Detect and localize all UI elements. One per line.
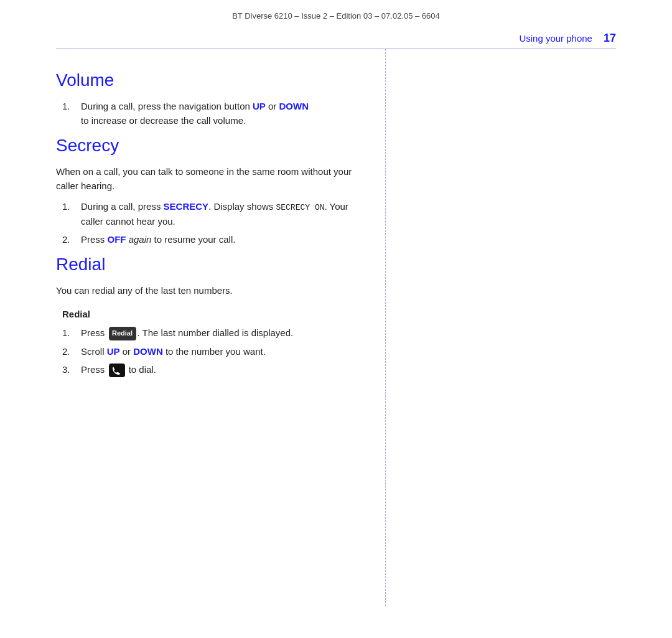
redial-item-2: Scroll UP or DOWN to the number you want… <box>81 344 266 359</box>
nav-link: Using your phone <box>519 33 592 44</box>
redial-button-icon: Redial <box>109 327 136 340</box>
down-keyword: DOWN <box>279 101 309 111</box>
secrecy-list: 1. During a call, press SECRECY. Display… <box>56 199 354 247</box>
again-text: again <box>129 234 152 245</box>
volume-list: 1. During a call, press the navigation b… <box>56 99 354 128</box>
right-column <box>386 49 672 606</box>
list-item: 1. Press Redial. The last number dialled… <box>56 326 354 340</box>
header-title: BT Diverse 6210 – Issue 2 – Edition 03 –… <box>232 11 440 21</box>
top-nav: Using your phone 17 <box>0 27 672 49</box>
redial-list: 1. Press Redial. The last number dialled… <box>56 326 354 377</box>
off-keyword: OFF <box>108 234 126 245</box>
secrecy-title: Secrecy <box>56 136 354 156</box>
list-num: 1. <box>62 199 76 228</box>
list-num: 3. <box>62 362 76 377</box>
list-num: 2. <box>62 232 76 246</box>
list-item: 1. During a call, press the navigation b… <box>56 99 354 128</box>
secrecy-item-1: During a call, press SECRECY. Display sh… <box>81 199 354 228</box>
redial-intro: You can redial any of the last ten numbe… <box>56 283 354 298</box>
page-number: 17 <box>604 32 616 45</box>
page-header: BT Diverse 6210 – Issue 2 – Edition 03 –… <box>0 0 672 27</box>
secrecy-section: Secrecy When on a call, you can talk to … <box>56 136 354 247</box>
left-column: Volume 1. During a call, press the navig… <box>0 49 386 606</box>
list-item: 3. Press to dial. <box>56 362 354 377</box>
volume-section: Volume 1. During a call, press the navig… <box>56 70 354 128</box>
secrecy-intro: When on a call, you can talk to someone … <box>56 164 354 194</box>
volume-item-1: During a call, press the navigation butt… <box>81 99 309 128</box>
up-keyword-2: UP <box>107 346 120 357</box>
redial-title: Redial <box>56 255 354 274</box>
display-text: SECRECY ON <box>276 203 324 212</box>
list-item: 1. During a call, press SECRECY. Display… <box>56 199 354 228</box>
redial-item-1: Press Redial. The last number dialled is… <box>81 326 293 340</box>
down-keyword-2: DOWN <box>133 346 163 357</box>
list-item: 2. Press OFF again to resume your call. <box>56 232 354 246</box>
list-num: 2. <box>62 344 76 359</box>
volume-title: Volume <box>56 70 354 90</box>
secrecy-item-2: Press OFF again to resume your call. <box>81 232 235 246</box>
list-num: 1. <box>62 326 76 340</box>
list-item: 2. Scroll UP or DOWN to the number you w… <box>56 344 354 359</box>
secrecy-keyword: SECRECY <box>164 201 209 212</box>
redial-section: Redial You can redial any of the last te… <box>56 255 354 378</box>
redial-sub-heading: Redial <box>62 309 354 319</box>
svg-rect-0 <box>109 364 125 377</box>
page-container: BT Diverse 6210 – Issue 2 – Edition 03 –… <box>0 0 672 638</box>
list-num: 1. <box>62 99 76 128</box>
redial-item-3: Press to dial. <box>81 362 156 377</box>
phone-call-icon <box>109 364 125 377</box>
content-area: Volume 1. During a call, press the navig… <box>0 49 672 606</box>
up-keyword: UP <box>253 101 266 111</box>
